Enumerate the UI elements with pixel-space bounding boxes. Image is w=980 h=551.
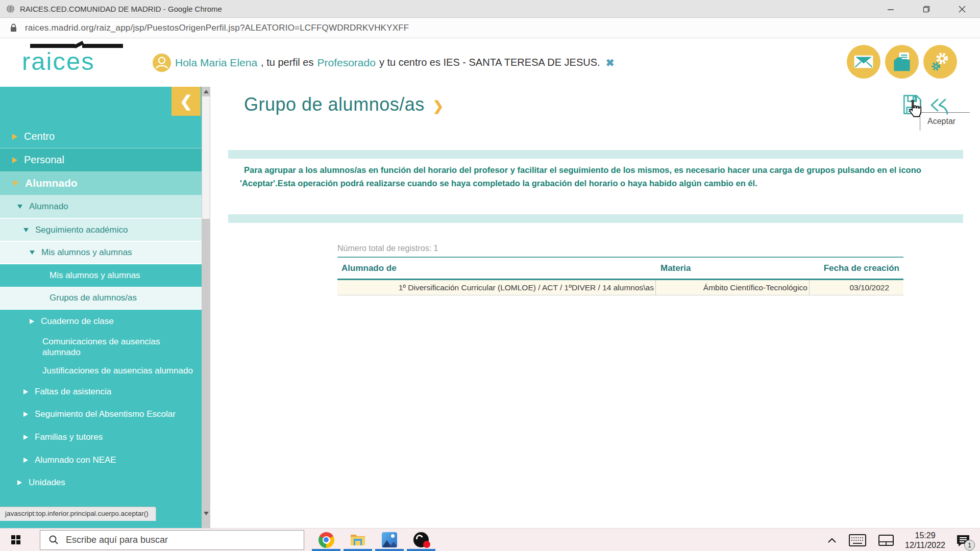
sidebar-item-seguimiento-absentismo[interactable]: Seguimiento del Absentismo Escolar bbox=[0, 403, 202, 425]
sidebar-item-seguimiento-academico[interactable]: Seguimiento académico bbox=[0, 219, 202, 242]
screen: RAICES.CED.COMUNIDAD DE MADRID - Google … bbox=[0, 0, 980, 551]
window-title: RAICES.CED.COMUNIDAD DE MADRID - Google … bbox=[20, 5, 222, 13]
col-header-alumnado-de: Alumnado de bbox=[337, 263, 656, 273]
taskbar-chrome[interactable] bbox=[313, 529, 339, 551]
info-text: Para agrupar a los alumnos/as en función… bbox=[240, 163, 954, 190]
greeting-profile: Profesorado bbox=[317, 57, 375, 69]
triangle-down-icon bbox=[17, 205, 22, 209]
sidebar-item-unidades[interactable]: Unidades bbox=[0, 471, 202, 494]
scrollbar-thumb[interactable] bbox=[202, 96, 210, 219]
sidebar-item-alumnado[interactable]: Alumnado bbox=[0, 172, 202, 195]
start-button[interactable] bbox=[0, 529, 32, 551]
triangle-down-icon bbox=[23, 228, 29, 232]
triangle-right-icon bbox=[12, 157, 17, 163]
cell-alumnado-de: 1º Diversificación Curricular (LOMLOE) /… bbox=[337, 280, 656, 295]
touchpad-icon bbox=[878, 535, 894, 546]
triangle-right-icon bbox=[23, 389, 28, 394]
file-explorer-icon bbox=[350, 533, 366, 547]
raices-logo: raices bbox=[22, 44, 130, 74]
mail-icon[interactable] bbox=[847, 45, 880, 79]
groups-table: Alumnado de Materia Fecha de creación 1º… bbox=[337, 257, 903, 295]
breadcrumb-arrow-icon: ❯ bbox=[433, 95, 444, 114]
sidebar-item-grupos-de-alumnos[interactable]: Grupos de alumnos/as bbox=[0, 287, 202, 310]
triangle-right-icon bbox=[23, 412, 28, 417]
sidebar-collapse-button[interactable]: ❮ bbox=[172, 87, 201, 116]
triangle-down-icon bbox=[30, 251, 35, 255]
col-header-materia: Materia bbox=[656, 263, 810, 273]
logo-text: raices bbox=[22, 48, 130, 74]
sidebar-item-cuaderno-de-clase[interactable]: Cuaderno de clase bbox=[0, 310, 202, 333]
notification-center[interactable]: 1 bbox=[950, 529, 980, 551]
undo-accept-button[interactable] bbox=[927, 96, 952, 119]
keyboard-icon bbox=[849, 534, 866, 546]
tray-keyboard[interactable] bbox=[843, 529, 872, 551]
close-session-icon[interactable]: ✖ bbox=[606, 57, 615, 69]
running-indicator bbox=[407, 549, 435, 551]
address-bar[interactable]: raices.madrid.org/raiz_app/jsp/PuestosOr… bbox=[0, 18, 980, 38]
cell-materia: Ámbito Científico-Tecnológico bbox=[656, 280, 810, 295]
triangle-right-icon bbox=[17, 480, 22, 485]
globe-icon bbox=[6, 5, 15, 13]
page-title: Grupo de alumnos/as ❯ bbox=[244, 94, 444, 115]
table-header-row: Alumnado de Materia Fecha de creación bbox=[337, 257, 903, 280]
sidebar-item-comunicaciones-ausencias[interactable]: Comunicaciones de ausencias alumnado bbox=[0, 333, 202, 361]
chevron-left-icon: ❮ bbox=[180, 92, 192, 110]
table-row[interactable]: 1º Diversificación Curricular (LOMLOE) /… bbox=[337, 280, 903, 295]
close-button[interactable] bbox=[944, 0, 980, 18]
app-header: raices Hola Maria Elena , tu perfil es P… bbox=[0, 38, 980, 87]
documents-icon[interactable] bbox=[885, 45, 919, 79]
url-text: raices.madrid.org/raiz_app/jsp/PuestosOr… bbox=[25, 23, 409, 33]
clock-date: 12/11/2022 bbox=[905, 540, 945, 550]
system-tray: 15:29 12/11/2022 1 bbox=[821, 529, 980, 551]
clock-time: 15:29 bbox=[905, 531, 945, 540]
scroll-down-arrow[interactable] bbox=[202, 509, 210, 518]
hand-cursor-icon bbox=[904, 99, 923, 122]
sidebar-item-familias-tutores[interactable]: Familias y tutores bbox=[0, 425, 202, 448]
greeting-name: Hola Maria Elena bbox=[175, 57, 257, 69]
user-greeting: Hola Maria Elena , tu perfil es Profesor… bbox=[152, 38, 614, 87]
main-content: Grupo de alumnos/as ❯ Aceptar Para agrup… bbox=[210, 87, 980, 528]
sidebar-item-personal[interactable]: Personal bbox=[0, 148, 202, 172]
sidebar-item-centro[interactable]: Centro bbox=[0, 125, 202, 148]
restore-button[interactable] bbox=[909, 0, 944, 18]
taskbar: 15:29 12/11/2022 1 bbox=[0, 528, 980, 551]
sidebar-item-mis-alumnos-parent[interactable]: Mis alumnos y alumnas bbox=[0, 242, 202, 264]
tray-expand-chevron[interactable] bbox=[821, 529, 843, 551]
triangle-down-icon bbox=[12, 181, 18, 186]
taskbar-photos[interactable] bbox=[377, 529, 402, 551]
search-input[interactable] bbox=[66, 535, 280, 545]
obs-icon bbox=[413, 532, 429, 547]
windows-logo-icon bbox=[11, 535, 20, 544]
scroll-up-arrow[interactable] bbox=[202, 87, 210, 96]
sidebar-item-alumnado-sub[interactable]: Alumnado bbox=[0, 195, 202, 219]
triangle-right-icon bbox=[30, 319, 34, 324]
logo-bar bbox=[30, 44, 123, 48]
chrome-icon bbox=[318, 532, 334, 548]
notification-badge: 1 bbox=[964, 540, 975, 550]
settings-icon[interactable] bbox=[923, 45, 957, 79]
sidebar-menu: Centro Personal Alumnado Alumnado Seguim… bbox=[0, 125, 202, 494]
taskbar-obs[interactable] bbox=[408, 529, 434, 551]
tray-touchpad[interactable] bbox=[872, 529, 900, 551]
sidebar-item-mis-alumnos-active[interactable]: Mis alumnos y alumnas bbox=[0, 264, 202, 287]
tray-clock[interactable]: 15:29 12/11/2022 bbox=[900, 531, 950, 550]
running-indicator bbox=[375, 549, 404, 551]
cell-fecha: 03/10/2022 bbox=[810, 283, 903, 292]
running-indicator bbox=[312, 549, 340, 551]
lock-icon bbox=[10, 23, 17, 32]
sidebar-item-justificaciones-ausencias[interactable]: Justificaciones de ausencias alumnado bbox=[0, 361, 202, 380]
sidebar-item-alumnado-neae[interactable]: Alumnado con NEAE bbox=[0, 448, 202, 471]
search-icon bbox=[48, 535, 59, 545]
triangle-right-icon bbox=[23, 435, 28, 440]
sidebar-item-faltas-asistencia[interactable]: Faltas de asistencia bbox=[0, 380, 202, 403]
minimize-button[interactable] bbox=[873, 0, 909, 18]
triangle-right-icon bbox=[23, 458, 28, 463]
sidebar-scrollbar[interactable] bbox=[202, 87, 210, 528]
chevron-up-icon bbox=[827, 537, 837, 543]
divider-bar bbox=[228, 150, 963, 159]
divider-bar bbox=[228, 214, 963, 223]
taskbar-search[interactable] bbox=[40, 530, 304, 550]
records-count: Número total de registros: 1 bbox=[337, 244, 438, 253]
avatar bbox=[152, 53, 172, 72]
taskbar-file-explorer[interactable] bbox=[345, 529, 371, 551]
